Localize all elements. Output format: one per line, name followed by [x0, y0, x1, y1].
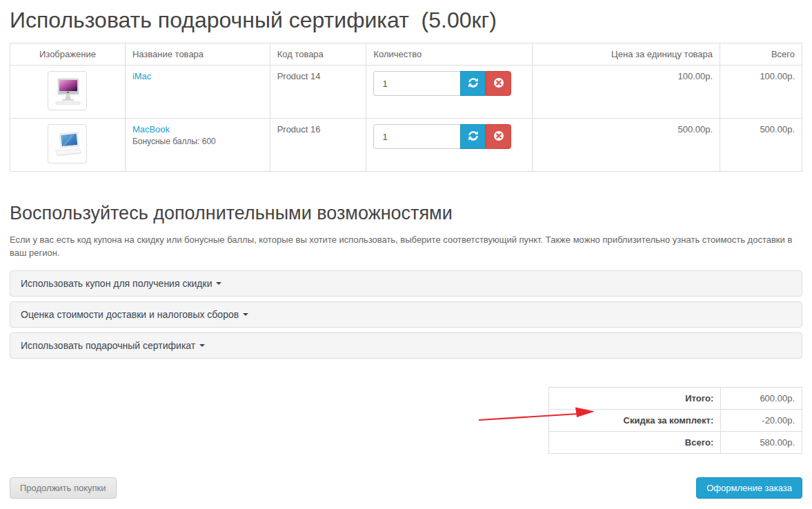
shipping-estimate-panel-toggle[interactable]: Оценка стоимости доставки и налоговых сб…	[21, 309, 248, 320]
quantity-input[interactable]	[373, 71, 460, 96]
update-quantity-button[interactable]	[460, 124, 486, 149]
gift-certificate-panel-label: Использовать подарочный сертификат	[21, 340, 195, 351]
imac-image	[48, 72, 87, 110]
shipping-estimate-panel-label: Оценка стоимости доставки и налоговых сб…	[21, 309, 239, 320]
header-name: Название товара	[125, 43, 270, 66]
grand-total-row: Всего: 580.00р.	[549, 431, 802, 453]
product-model: Product 16	[270, 119, 366, 172]
gift-certificate-panel-toggle[interactable]: Использовать подарочный сертификат	[21, 340, 205, 351]
page-title: Использовать подарочный сертификат (5.00…	[10, 8, 802, 32]
remove-item-button[interactable]	[486, 71, 511, 96]
grand-total-label: Всего:	[549, 431, 721, 453]
continue-shopping-button[interactable]: Продолжить покупки	[10, 477, 117, 499]
header-quantity: Количество	[366, 43, 533, 66]
caret-down-icon	[216, 282, 221, 285]
totals-table: Итого: 600.00р. Скидка за комплект: -20.…	[548, 387, 802, 454]
coupon-panel-label: Использовать купон для получения скидки	[21, 278, 212, 289]
refresh-icon	[468, 131, 478, 143]
circle-x-icon	[493, 77, 504, 90]
cart-page: Использовать подарочный сертификат (5.00…	[10, 0, 802, 509]
header-model: Код товара	[270, 43, 366, 66]
remove-item-button[interactable]	[486, 124, 511, 149]
header-total: Всего	[720, 43, 802, 66]
macbook-thumbnail[interactable]	[48, 124, 87, 163]
product-link-macbook[interactable]: MacBook	[132, 124, 170, 134]
quantity-group	[373, 124, 525, 149]
reward-points-note: Бонусные баллы: 600	[132, 137, 263, 146]
grand-total-value: 580.00р.	[721, 431, 802, 453]
subtotal-row: Итого: 600.00р.	[549, 387, 802, 409]
totals-container: Итого: 600.00р. Скидка за комплект: -20.…	[10, 387, 802, 454]
coupon-panel-toggle[interactable]: Использовать купон для получения скидки	[21, 278, 221, 289]
cart-table: Изображение Название товара Код товара К…	[10, 43, 802, 172]
table-row: MacBook Бонусные баллы: 600 Product 16	[10, 119, 802, 172]
circle-x-icon	[493, 130, 504, 143]
subtotal-label: Итого:	[549, 387, 721, 409]
imac-thumbnail[interactable]	[48, 71, 87, 110]
options-section-description: Если у вас есть код купона на скидку или…	[10, 233, 802, 260]
unit-price: 500.00р.	[533, 119, 720, 172]
macbook-image	[48, 125, 87, 163]
quantity-group	[373, 71, 525, 96]
options-section-title: Воспользуйтесь дополнительными возможнос…	[10, 202, 802, 224]
subtotal-value: 600.00р.	[721, 387, 802, 409]
table-row: iMac Product 14	[10, 66, 802, 119]
caret-down-icon	[243, 313, 248, 316]
set-discount-label: Скидка за комплект:	[549, 409, 721, 431]
set-discount-value: -20.00р.	[721, 409, 802, 431]
header-unit-price: Цена за единицу товара	[533, 43, 720, 66]
shipping-estimate-panel: Оценка стоимости доставки и налоговых сб…	[10, 301, 802, 328]
product-link-imac[interactable]: iMac	[132, 71, 151, 81]
refresh-icon	[468, 78, 478, 90]
caret-down-icon	[199, 344, 205, 347]
cart-table-header-row: Изображение Название товара Код товара К…	[10, 43, 802, 66]
line-total: 100.00р.	[720, 66, 802, 119]
update-quantity-button[interactable]	[460, 71, 486, 96]
quantity-input[interactable]	[373, 124, 460, 149]
header-image: Изображение	[10, 43, 126, 66]
unit-price: 100.00р.	[533, 66, 720, 119]
footer-actions: Продолжить покупки Оформление заказа	[10, 477, 802, 499]
gift-certificate-panel: Использовать подарочный сертификат	[10, 332, 802, 359]
line-total: 500.00р.	[720, 119, 802, 172]
checkout-button[interactable]: Оформление заказа	[696, 477, 802, 499]
product-model: Product 14	[270, 66, 366, 119]
coupon-panel: Использовать купон для получения скидки	[10, 270, 802, 297]
set-discount-row: Скидка за комплект: -20.00р.	[549, 409, 802, 431]
